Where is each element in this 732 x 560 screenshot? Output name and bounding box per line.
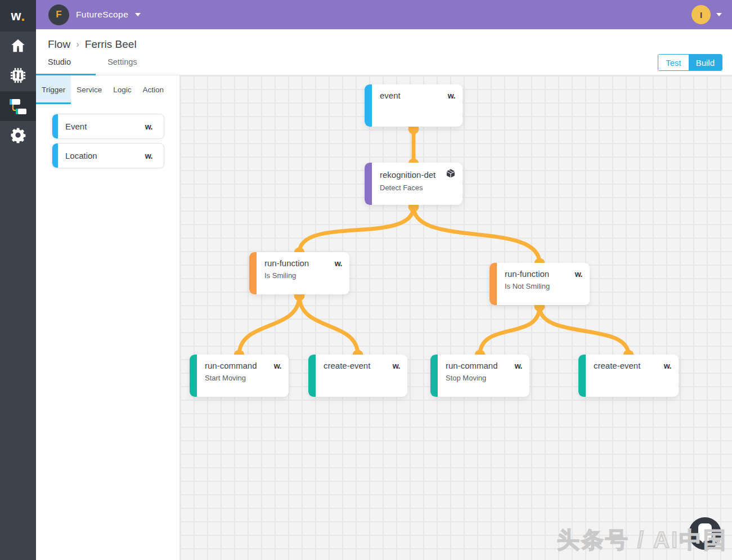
node-subtitle: Is Smiling [264, 271, 342, 280]
sidebar-item-home[interactable] [0, 32, 36, 61]
user-initial: I [700, 10, 702, 20]
breadcrumb: Flow › Ferris Beel [48, 38, 137, 51]
flow-node-create-event-left[interactable]: create-event w. [308, 355, 407, 397]
node-accent-bar [190, 355, 197, 397]
tab-studio[interactable]: Studio [36, 57, 96, 75]
palette-tab-trigger[interactable]: Trigger [36, 75, 71, 104]
node-accent-bar [578, 355, 586, 397]
wia-mark-icon: w. [145, 122, 152, 131]
palette-tab-service[interactable]: Service [71, 75, 107, 104]
node-title: run-function [505, 269, 549, 279]
node-accent-bar [490, 263, 497, 305]
wia-mark-icon: w. [335, 259, 342, 268]
test-button[interactable]: Test [658, 55, 689, 70]
gear-icon [10, 127, 26, 146]
cube-icon [446, 169, 455, 180]
wia-logo-icon: w [11, 8, 20, 24]
wia-mark-icon: w. [575, 270, 582, 279]
home-icon [10, 37, 26, 56]
connector [299, 295, 358, 355]
node-title: create-event [324, 361, 370, 370]
wia-mark-icon: w. [145, 151, 152, 160]
node-title: run-command [446, 361, 498, 370]
flow-node-run-command-start[interactable]: run-command w. Start Moving [190, 355, 289, 397]
node-title: event [380, 91, 401, 100]
wia-mark-icon: w. [664, 361, 671, 370]
avatar: I [691, 5, 711, 24]
palette-tab-logic[interactable]: Logic [107, 75, 137, 104]
connector [480, 306, 540, 355]
node-title: run-command [205, 361, 257, 370]
topbar: F FutureScope I [36, 0, 732, 29]
flow-node-rekognition[interactable]: rekognition-det Detect Faces [365, 163, 462, 205]
palette-item-accent [52, 114, 58, 138]
palette-item-event[interactable]: Event w. [52, 114, 164, 139]
connector [239, 295, 299, 355]
node-palette: Trigger Service Logic Action Event w. Lo… [36, 75, 180, 560]
palette-tabs: Trigger Service Logic Action [36, 75, 179, 104]
flow-connectors [180, 75, 732, 560]
palette-tab-action[interactable]: Action [137, 75, 170, 104]
flow-node-create-event-right[interactable]: create-event w. [578, 355, 679, 397]
node-title: run-function [264, 258, 309, 268]
page-header: Flow › Ferris Beel Studio Settings Test … [36, 29, 732, 75]
app-logo[interactable]: w . [0, 0, 36, 32]
mode-toggle: Test Build [658, 54, 722, 71]
connector [540, 306, 628, 355]
sidebar-item-flows[interactable] [0, 91, 36, 121]
sidebar-nav [0, 32, 36, 151]
palette-item-label: Location [65, 151, 145, 160]
sidebar-item-devices[interactable] [0, 61, 36, 91]
palette-item-label: Event [65, 122, 145, 131]
node-accent-bar [365, 163, 372, 205]
node-accent-bar [308, 355, 316, 397]
wia-logo-dot: . [21, 13, 25, 19]
connector [414, 207, 540, 263]
workspace-avatar: F [48, 5, 69, 25]
chip-icon [10, 67, 26, 86]
breadcrumb-separator: › [76, 39, 79, 50]
breadcrumb-flow-link[interactable]: Flow [48, 38, 70, 51]
wia-mark-icon: w. [515, 361, 522, 370]
node-subtitle: Is Not Smiling [505, 282, 582, 290]
node-title: create-event [594, 361, 640, 370]
flow-icon [10, 98, 26, 114]
flow-tabs: Studio Settings [36, 57, 150, 75]
wia-mark-icon: w. [274, 361, 281, 370]
chevron-down-icon [716, 13, 722, 16]
sidebar-item-settings[interactable] [0, 121, 36, 151]
tab-settings[interactable]: Settings [96, 57, 149, 75]
page-title: Ferris Beel [85, 38, 137, 51]
build-button[interactable]: Build [689, 55, 722, 70]
workspace-selector[interactable]: F FutureScope [48, 5, 141, 25]
flow-node-run-command-stop[interactable]: run-command w. Stop Moving [430, 355, 529, 397]
node-accent-bar [430, 355, 438, 397]
wia-mark-icon: w. [448, 91, 455, 100]
node-subtitle: Start Moving [205, 374, 281, 382]
chevron-down-icon [135, 13, 141, 16]
user-menu[interactable]: I [691, 5, 722, 24]
flow-node-run-function-is-smiling[interactable]: run-function w. Is Smiling [249, 252, 349, 294]
node-subtitle: Detect Faces [380, 183, 455, 192]
flow-canvas[interactable]: event w. rekognition-det Detect Faces ru… [180, 75, 732, 560]
node-subtitle: Stop Moving [446, 374, 522, 382]
watermark: 头条号 / AI中国 [557, 525, 727, 555]
workspace-name: FutureScope [76, 10, 128, 20]
node-accent-bar [365, 84, 372, 127]
node-title: rekognition-det [380, 170, 435, 180]
workspace-initial: F [56, 9, 61, 20]
node-accent-bar [249, 252, 257, 294]
palette-item-accent [52, 144, 58, 168]
sidebar: w . [0, 0, 36, 560]
wia-mark-icon: w. [393, 361, 400, 370]
flow-node-event[interactable]: event w. [365, 84, 462, 127]
palette-item-location[interactable]: Location w. [52, 143, 164, 168]
flow-node-run-function-is-not-smiling[interactable]: run-function w. Is Not Smiling [490, 263, 590, 305]
connector [299, 207, 414, 253]
